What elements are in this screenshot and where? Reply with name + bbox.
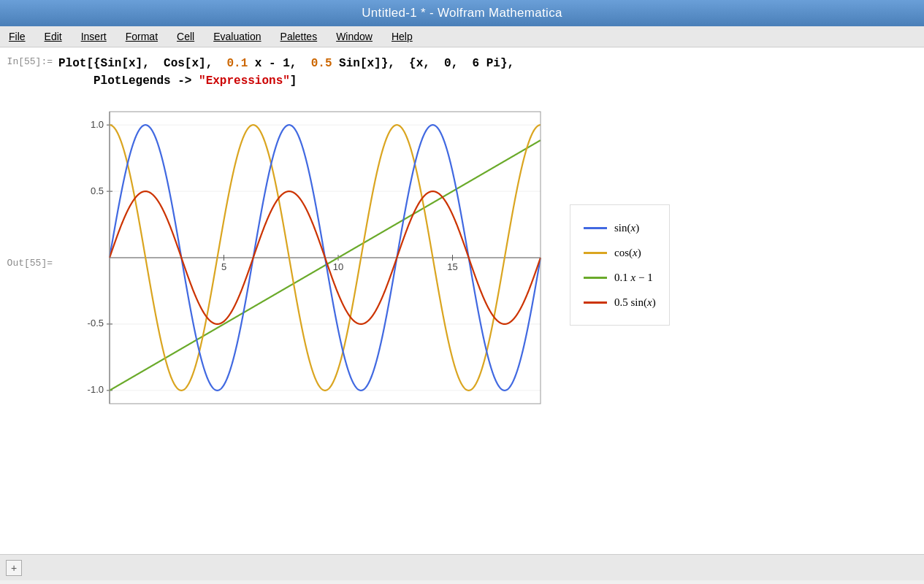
legend-box: sin(x) cos(x) 0.1 x − 1 0.5 sin(x) xyxy=(570,204,670,326)
legend-cos-line xyxy=(584,252,607,254)
menu-edit[interactable]: Edit xyxy=(42,29,65,44)
menu-help[interactable]: Help xyxy=(389,29,416,44)
menu-window[interactable]: Window xyxy=(333,29,375,44)
menu-file[interactable]: File xyxy=(6,29,28,44)
legend-halfsin-label: 0.5 sin(x) xyxy=(614,291,656,313)
window-title: Untitled-1 * - Wolfram Mathematica xyxy=(362,6,562,20)
legend-halfsin: 0.5 sin(x) xyxy=(584,291,656,313)
add-cell-button[interactable]: + xyxy=(6,560,22,576)
input-cell: In[55]:= Plot[{Sin[x], Cos[x], 0.1 x - 1… xyxy=(0,47,924,90)
notebook-area: In[55]:= Plot[{Sin[x], Cos[x], 0.1 x - 1… xyxy=(0,47,924,554)
legend-sin-label: sin(x) xyxy=(614,217,639,239)
input-label: In[55]:= xyxy=(0,55,58,90)
input-line1: Plot[{Sin[x], Cos[x], 0.1 x - 1, 0.5 Sin… xyxy=(58,55,514,72)
input-line2: PlotLegends -> "Expressions"] xyxy=(58,72,514,90)
legend-halfsin-line xyxy=(584,301,607,304)
legend-sin: sin(x) xyxy=(584,217,656,239)
legend-cos-label: cos(x) xyxy=(614,242,641,264)
chart-wrapper xyxy=(58,97,555,433)
menu-insert[interactable]: Insert xyxy=(78,29,110,44)
menu-evaluation[interactable]: Evaluation xyxy=(210,29,264,44)
output-label: Out[55]= xyxy=(0,97,58,433)
menu-format[interactable]: Format xyxy=(123,29,161,44)
legend-linear-label: 0.1 x − 1 xyxy=(614,266,653,288)
legend-linear-line xyxy=(584,277,607,279)
legend-cos: cos(x) xyxy=(584,242,656,264)
plot-area: sin(x) cos(x) 0.1 x − 1 0.5 sin(x) xyxy=(58,97,670,433)
plus-icon: + xyxy=(11,562,17,574)
menu-cell[interactable]: Cell xyxy=(174,29,197,44)
title-bar: Untitled-1 * - Wolfram Mathematica xyxy=(0,0,924,26)
plot-canvas xyxy=(58,97,555,433)
bottom-bar: + xyxy=(0,554,924,580)
input-content[interactable]: Plot[{Sin[x], Cos[x], 0.1 x - 1, 0.5 Sin… xyxy=(58,55,514,90)
menu-bar: File Edit Insert Format Cell Evaluation … xyxy=(0,26,924,47)
output-cell: Out[55]= sin(x) cos(x) 0.1 x − 1 xyxy=(0,97,924,433)
menu-palettes[interactable]: Palettes xyxy=(278,29,321,44)
legend-sin-line xyxy=(584,227,607,229)
legend-linear: 0.1 x − 1 xyxy=(584,266,656,288)
